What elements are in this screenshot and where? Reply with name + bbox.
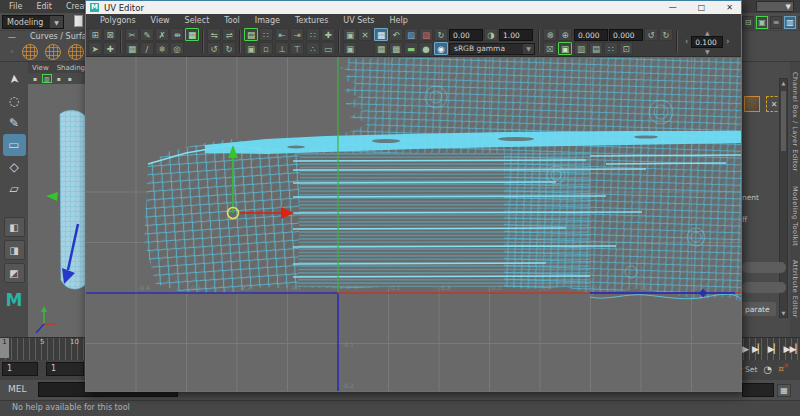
exposure-field[interactable]: 1.00 xyxy=(499,29,533,41)
auto-keyframe-icon[interactable]: ¤✕ xyxy=(778,364,784,374)
align-top-icon[interactable]: ⊤ xyxy=(290,42,304,55)
unfold-uv-icon[interactable]: ▦ xyxy=(185,28,199,41)
rotate-cw-icon[interactable]: ↻ xyxy=(222,42,236,55)
new-scene-icon[interactable] xyxy=(74,15,83,27)
v-coord-field[interactable]: 0.000 xyxy=(609,29,643,41)
rotate-tool[interactable]: ◇ xyxy=(3,156,26,178)
flip-v-icon[interactable]: ⇌ xyxy=(222,28,236,41)
nurbs-cube-icon[interactable] xyxy=(45,44,61,60)
randomize-shells-icon[interactable]: ▫ xyxy=(259,42,273,55)
scroll-up-icon[interactable]: ▲ xyxy=(780,80,787,86)
scale-tool[interactable]: ▱ xyxy=(3,178,26,200)
stack-shells-icon[interactable]: ▣ xyxy=(244,42,258,55)
nurbs-sphere-icon[interactable] xyxy=(22,44,38,60)
scrollbar-thumb[interactable] xyxy=(781,91,786,151)
mel-label[interactable]: MEL xyxy=(8,384,26,394)
animation-start-field[interactable]: 1 xyxy=(46,362,84,376)
rotate-uv-ccw-icon[interactable]: ↺ xyxy=(644,28,658,41)
tab-channel-box-layer-editor[interactable]: Channel Box / Layer Editor xyxy=(791,72,799,172)
layout-single-pane-button[interactable]: ◧ xyxy=(4,217,25,237)
symmetry-icon[interactable]: ▣ xyxy=(756,16,768,29)
shelf-minimize-icon[interactable]: — xyxy=(8,33,16,42)
display-image-toggle-icon[interactable]: ▦ xyxy=(374,28,388,41)
uv-menu-polygons[interactable]: Polygons xyxy=(93,16,143,25)
cut-uv-edge-icon[interactable]: ✂ xyxy=(125,28,139,41)
nudge-down-icon[interactable]: ▼ xyxy=(705,48,710,55)
nudge-right-icon[interactable]: › xyxy=(726,37,729,46)
uv-menu-select[interactable]: Select xyxy=(178,16,217,25)
unfold-brush-icon[interactable]: ◎ xyxy=(170,42,184,55)
align-right-icon[interactable]: ⇥ xyxy=(290,28,304,41)
panel-menu-view[interactable]: View xyxy=(32,64,49,72)
workspace-dropdown[interactable]: ▼ xyxy=(756,1,794,12)
uv-menu-textures[interactable]: Textures xyxy=(288,16,335,25)
wireframe-on-shaded-icon[interactable]: ▥ xyxy=(42,74,52,83)
toolkit-input-field[interactable] xyxy=(742,282,786,293)
isolate-select-icon[interactable]: ⊗ xyxy=(543,28,557,41)
step-next-key-button[interactable]: ▶▏ xyxy=(752,344,764,354)
play-button[interactable]: ▶ xyxy=(742,344,748,354)
anim-preferences-clock-icon[interactable]: ◔ xyxy=(763,364,772,375)
playback-start-field[interactable]: 1 xyxy=(2,362,38,376)
gamma-icon[interactable]: ◉ xyxy=(434,42,448,55)
menu-set-dropdown[interactable]: Modeling ▼ xyxy=(2,15,64,29)
gamma-preset-dropdown[interactable]: sRGB gamma▼ xyxy=(449,43,535,55)
grid-snap-icon[interactable]: ⊟ xyxy=(742,16,754,29)
select-tool[interactable]: ➤ xyxy=(3,68,26,90)
uv-menu-help[interactable]: Help xyxy=(383,16,415,25)
uv-menu-tool[interactable]: Tool xyxy=(217,16,247,25)
shelf-menu-buttons[interactable]: —◦ xyxy=(2,33,22,61)
shelf-options-icon[interactable]: ◦ xyxy=(10,47,15,56)
uv-menu-uv-sets[interactable]: UV Sets xyxy=(336,16,381,25)
uv-lattice-tool-icon[interactable]: ⊞ xyxy=(88,28,102,41)
remove-from-isolate-icon[interactable]: ☒ xyxy=(543,42,557,55)
shade-uvs-icon[interactable]: ↶ xyxy=(389,28,403,41)
nudge-left-icon[interactable]: ‹ xyxy=(685,37,688,46)
tab-modeling-toolkit[interactable]: Modeling Toolkit xyxy=(791,186,799,246)
viewport-3d-canvas[interactable] xyxy=(28,84,86,337)
align-left-icon[interactable]: ⇤ xyxy=(275,28,289,41)
current-time-marker[interactable]: 1 xyxy=(0,338,9,358)
panel-toggle-icon[interactable]: ▥ xyxy=(784,16,796,29)
nudge-up-icon[interactable]: ▲ xyxy=(705,29,710,36)
go-to-end-button[interactable]: ▶▶▏ xyxy=(784,344,800,354)
move-tool[interactable]: ▭ xyxy=(3,134,26,156)
rotate-ccw-icon[interactable]: ↺ xyxy=(207,42,221,55)
distribute-shells-icon[interactable]: ∷ xyxy=(259,28,273,41)
nurbs-cylinder-icon[interactable] xyxy=(68,44,84,60)
relax-uvs-icon[interactable]: ❄ xyxy=(155,42,169,55)
front-facing-icon[interactable]: ▧ xyxy=(404,28,418,41)
exposure-icon[interactable]: ◑ xyxy=(484,28,498,41)
maya-menu-file[interactable]: File xyxy=(3,2,28,11)
straighten-uvs-icon[interactable]: ∕ xyxy=(140,42,154,55)
lasso-tool[interactable]: ◌ xyxy=(3,90,26,112)
unitize-uvs-icon[interactable]: ▭ xyxy=(321,42,335,55)
separate-button[interactable]: parate xyxy=(742,302,776,316)
camera-icon[interactable]: ▪ xyxy=(31,74,39,83)
perspective-viewport[interactable]: ViewShading ▪ ▥ ▪ ▪ xyxy=(28,62,86,337)
layout-uvs-icon[interactable]: ▤ xyxy=(244,28,258,41)
lighting-icon[interactable]: ▪ xyxy=(66,74,74,83)
maximize-button[interactable]: □ xyxy=(698,3,706,12)
command-result-field[interactable] xyxy=(742,383,774,397)
add-to-isolate-icon[interactable]: ⊕ xyxy=(558,28,572,41)
flip-u-icon[interactable]: ⇋ xyxy=(207,28,221,41)
pixel-grid-icon[interactable]: ▦ xyxy=(374,42,388,55)
nudge-value-field[interactable]: 0.100 xyxy=(691,36,723,48)
layout-persp-outliner-button[interactable]: ◩ xyxy=(4,263,25,283)
snap-together-icon[interactable]: ∷ xyxy=(306,28,320,41)
view-isolate-icon[interactable]: ▣ xyxy=(558,42,572,55)
copy-uvs-icon[interactable]: ▥ xyxy=(574,42,588,55)
dim-image-field[interactable]: 0.00 xyxy=(449,29,483,41)
textured-icon[interactable]: ▪ xyxy=(55,74,63,83)
paste-uvs-icon[interactable]: ▤ xyxy=(589,42,603,55)
layout-four-pane-button[interactable]: ◨ xyxy=(4,240,25,260)
toolkit-input-field[interactable] xyxy=(742,262,786,273)
texel-density-icon[interactable]: ✕ xyxy=(358,28,372,41)
poly-cube-icon[interactable] xyxy=(744,96,760,112)
match-uvs-icon[interactable]: ✚ xyxy=(321,28,335,41)
rotate-uv-cw-icon[interactable]: ↻ xyxy=(659,28,673,41)
script-editor-button[interactable]: ▦ xyxy=(777,384,791,397)
paste-u-icon[interactable]: ∷ xyxy=(604,42,618,55)
scroll-down-icon[interactable]: ▼ xyxy=(780,310,787,316)
